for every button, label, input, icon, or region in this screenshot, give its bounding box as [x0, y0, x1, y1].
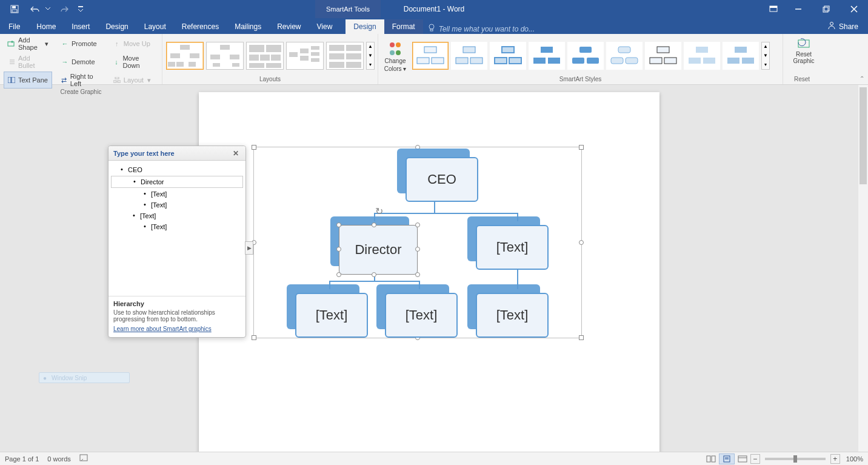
- svg-rect-37: [611, 58, 623, 64]
- svg-rect-41: [664, 58, 676, 64]
- move-down-button[interactable]: ↓Move Down: [109, 53, 158, 70]
- status-words[interactable]: 0 words: [47, 455, 71, 463]
- tp-item[interactable]: [Text]: [111, 199, 243, 210]
- node-bottom-left-2[interactable]: [Text]: [376, 284, 458, 338]
- layout-thumb-5[interactable]: [326, 42, 364, 70]
- text-pane-header[interactable]: Type your text here ✕: [109, 146, 245, 161]
- ribbon-display-options-icon[interactable]: [763, 0, 784, 18]
- rotation-handle-icon[interactable]: ↻: [375, 206, 383, 217]
- tp-item[interactable]: CEO: [111, 164, 243, 175]
- node-director[interactable]: Director: [330, 216, 418, 275]
- svg-rect-24: [463, 47, 475, 53]
- learn-more-link[interactable]: Learn more about SmartArt graphics: [113, 326, 212, 332]
- tab-home[interactable]: Home: [28, 19, 64, 34]
- layout-thumb-1[interactable]: [166, 42, 204, 70]
- maximize-icon[interactable]: [812, 0, 840, 18]
- tp-item[interactable]: [Text]: [111, 221, 243, 232]
- zoom-in-button[interactable]: +: [830, 454, 840, 464]
- gallery-down-icon[interactable]: ▼: [762, 51, 769, 60]
- svg-rect-50: [707, 456, 710, 462]
- tab-view[interactable]: View: [309, 19, 341, 34]
- chevron-down-icon: ▾: [147, 76, 151, 84]
- svg-rect-1: [12, 6, 16, 8]
- text-pane-close-icon[interactable]: ✕: [231, 149, 241, 158]
- tab-review[interactable]: Review: [269, 19, 309, 34]
- layout-thumb-2[interactable]: [206, 42, 244, 70]
- reset-graphic-button[interactable]: Reset Graphic: [787, 35, 821, 64]
- style-thumb-2[interactable]: [451, 42, 487, 70]
- style-thumb-8[interactable]: [684, 42, 720, 70]
- text-pane-toggle-icon[interactable]: ▶: [245, 241, 253, 255]
- svg-rect-46: [727, 58, 739, 64]
- style-thumb-3[interactable]: [490, 42, 526, 70]
- gallery-down-icon[interactable]: ▼: [367, 51, 374, 60]
- style-thumb-4[interactable]: [529, 42, 565, 70]
- add-bullet-button[interactable]: Add Bullet: [4, 53, 52, 70]
- undo-dropdown-icon[interactable]: [45, 2, 51, 16]
- zoom-out-button[interactable]: −: [750, 454, 760, 464]
- layout-thumb-4[interactable]: [286, 42, 324, 70]
- page[interactable]: ↻ CEO Director [Text] [Text]: [199, 92, 659, 452]
- tab-mailings[interactable]: Mailings: [227, 19, 269, 34]
- tp-item[interactable]: [Text]: [111, 210, 243, 221]
- tab-smartart-format[interactable]: Format: [384, 19, 423, 34]
- style-thumb-6[interactable]: [606, 42, 643, 70]
- gallery-more-icon[interactable]: ▾: [367, 60, 374, 69]
- smartart-selection-box[interactable]: ↻ CEO Director [Text] [Text]: [253, 147, 582, 338]
- document-title: Document1 - Word: [404, 5, 464, 13]
- node-bottom-left-1[interactable]: [Text]: [287, 284, 368, 338]
- svg-rect-23: [432, 58, 444, 64]
- gallery-more-icon[interactable]: ▾: [762, 60, 769, 69]
- qat-customize-icon[interactable]: [78, 2, 84, 16]
- undo-icon[interactable]: [28, 2, 42, 16]
- tab-layout[interactable]: Layout: [136, 19, 174, 34]
- svg-rect-10: [430, 29, 433, 31]
- scrollbar-thumb[interactable]: [860, 87, 867, 184]
- node-ceo[interactable]: CEO: [397, 149, 478, 202]
- svg-rect-36: [618, 47, 630, 53]
- svg-rect-55: [738, 456, 747, 462]
- svg-rect-25: [456, 58, 468, 64]
- vertical-scrollbar[interactable]: [858, 85, 868, 452]
- zoom-slider[interactable]: [765, 458, 826, 460]
- text-pane[interactable]: Type your text here ✕ CEO Director [Text…: [108, 146, 246, 338]
- view-web-layout-icon[interactable]: [735, 453, 750, 464]
- collapse-ribbon-icon[interactable]: ⌃: [860, 75, 864, 82]
- gallery-up-icon[interactable]: ▲: [367, 42, 374, 52]
- share-label: Share: [839, 22, 858, 31]
- layout-thumb-3[interactable]: [246, 42, 284, 70]
- tab-design-doc[interactable]: Design: [98, 19, 136, 34]
- add-shape-button[interactable]: Add Shape▾: [4, 35, 52, 52]
- spell-check-icon[interactable]: [79, 454, 89, 464]
- tab-smartart-design[interactable]: Design: [346, 19, 384, 34]
- close-icon[interactable]: [840, 0, 868, 18]
- redo-icon[interactable]: [57, 2, 72, 16]
- node-bottom-right[interactable]: [Text]: [467, 284, 549, 338]
- style-thumb-9[interactable]: [723, 42, 759, 70]
- demote-button[interactable]: →Demote: [57, 53, 104, 70]
- zoom-percent[interactable]: 100%: [846, 455, 863, 463]
- tp-item[interactable]: [Text]: [111, 189, 243, 199]
- style-thumb-5[interactable]: [567, 42, 604, 70]
- layouts-gallery-scroller: ▲ ▼ ▾: [366, 42, 375, 70]
- style-thumb-1[interactable]: [412, 42, 449, 70]
- change-colors-button[interactable]: Change Colors ▾: [382, 39, 409, 72]
- promote-button[interactable]: ←Promote: [57, 35, 104, 52]
- share-button[interactable]: Share: [823, 19, 863, 34]
- save-icon[interactable]: [7, 2, 22, 16]
- window-controls: [763, 0, 868, 18]
- gallery-up-icon[interactable]: ▲: [762, 42, 769, 52]
- view-print-layout-icon[interactable]: [719, 453, 735, 464]
- title-bar: SmartArt Tools Document1 - Word: [0, 0, 868, 18]
- tab-insert[interactable]: Insert: [64, 19, 98, 34]
- style-thumb-7[interactable]: [645, 42, 681, 70]
- status-page[interactable]: Page 1 of 1: [5, 455, 39, 463]
- minimize-icon[interactable]: [784, 0, 812, 18]
- tab-references[interactable]: References: [174, 19, 227, 34]
- tp-item[interactable]: Director: [111, 176, 243, 188]
- view-read-mode-icon[interactable]: [703, 453, 719, 464]
- tell-me-search[interactable]: Tell me what you want to do...: [428, 24, 535, 34]
- node-right[interactable]: [Text]: [467, 216, 549, 270]
- tab-file[interactable]: File: [0, 19, 28, 34]
- move-up-button[interactable]: ↑Move Up: [109, 35, 158, 52]
